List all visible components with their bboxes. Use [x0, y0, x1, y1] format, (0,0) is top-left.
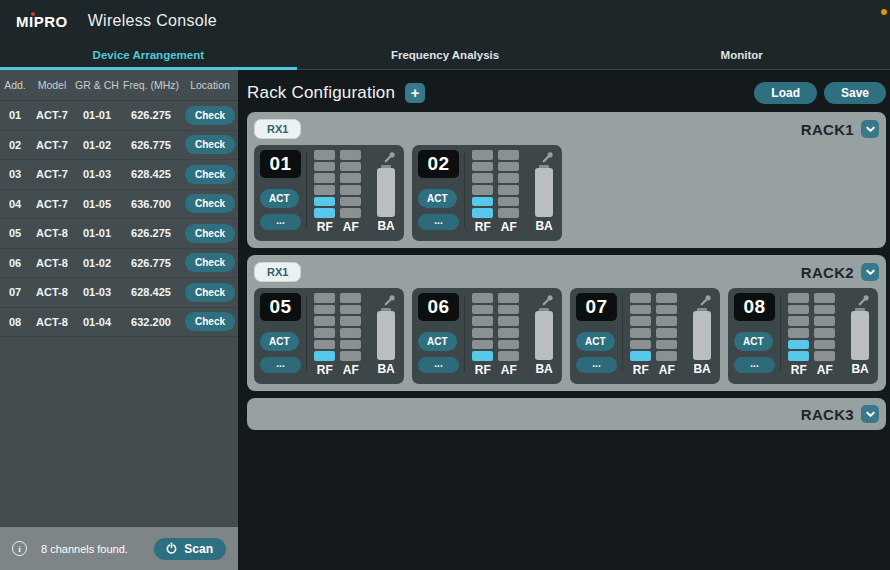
check-button[interactable]: Check: [185, 253, 235, 272]
cell-add: 06: [0, 257, 30, 269]
af-segment: [814, 340, 835, 350]
check-button[interactable]: Check: [185, 224, 235, 243]
tab-monitor[interactable]: Monitor: [593, 42, 890, 70]
more-options-button[interactable]: ...: [418, 214, 459, 230]
rf-meter: RF: [788, 293, 809, 379]
cell-freq: 626.775: [120, 139, 182, 151]
rf-segment: [472, 197, 493, 207]
more-options-button[interactable]: ...: [576, 357, 617, 373]
rf-segment: [314, 351, 335, 361]
cell-add: 05: [0, 227, 30, 239]
rf-meter-label: RF: [472, 363, 493, 377]
battery-column: BA: [373, 150, 399, 236]
channels-found-status: 8 channels found.: [41, 543, 154, 555]
more-options-button[interactable]: ...: [260, 357, 301, 373]
device-card-controls: 08ACT...: [734, 293, 777, 379]
af-segment: [498, 340, 519, 350]
tab-frequency-analysis[interactable]: Frequency Analysis: [297, 42, 594, 70]
af-segment: [814, 316, 835, 326]
rf-segment: [788, 293, 809, 303]
tab-device-arrangement[interactable]: Device Arrangement: [0, 42, 297, 70]
more-options-button[interactable]: ...: [260, 214, 301, 230]
cell-grch: 01-02: [74, 257, 120, 269]
chevron-down-icon: [865, 267, 876, 278]
af-meter-segments: [340, 293, 361, 361]
more-options-button[interactable]: ...: [418, 357, 459, 373]
add-rack-button[interactable]: +: [405, 83, 425, 103]
device-card: 05ACT...RFAFBA: [254, 288, 404, 384]
more-options-button[interactable]: ...: [734, 357, 775, 373]
app-title: Wireless Console: [88, 12, 217, 30]
device-card-controls: 02ACT...: [418, 150, 461, 236]
col-header-model: Model: [30, 79, 74, 91]
af-meter-label: AF: [498, 363, 519, 377]
act-sync-button[interactable]: ACT: [418, 189, 457, 208]
col-header-freq: Freq. (MHz): [120, 79, 182, 91]
af-segment: [814, 328, 835, 338]
rack-toolbar: Rack Configuration + Load Save: [238, 70, 890, 110]
rf-meter: RF: [472, 150, 493, 236]
save-button[interactable]: Save: [824, 82, 886, 104]
af-meter-segments: [814, 293, 835, 361]
af-segment: [340, 305, 361, 315]
main-tab-bar: Device ArrangementFrequency AnalysisMoni…: [0, 42, 890, 70]
check-button[interactable]: Check: [185, 106, 235, 125]
af-segment: [498, 185, 519, 195]
cell-grch: 01-01: [74, 227, 120, 239]
cell-freq: 632.200: [120, 316, 182, 328]
rack-name-label: RACK1: [801, 121, 854, 138]
cell-location: Check: [182, 283, 238, 302]
cell-model: ACT-7: [30, 139, 74, 151]
load-button[interactable]: Load: [754, 82, 817, 104]
rf-meter-segments: [788, 293, 809, 361]
microphone-icon: [382, 150, 397, 165]
af-segment: [340, 162, 361, 172]
rf-segment: [314, 328, 335, 338]
rack-collapse-button[interactable]: [861, 120, 879, 138]
act-sync-button[interactable]: ACT: [576, 332, 615, 351]
rf-segment: [472, 173, 493, 183]
rf-segment: [472, 340, 493, 350]
device-card-row: 05ACT...RFAFBA06ACT...RFAFBA07ACT...RFAF…: [254, 288, 879, 384]
rack-collapse-button[interactable]: [861, 263, 879, 281]
cell-location: Check: [182, 106, 238, 125]
rf-segment: [472, 150, 493, 160]
top-bar: MIPRO Wireless Console: [0, 0, 890, 42]
card-divider: [622, 295, 623, 371]
info-icon[interactable]: i: [12, 541, 27, 556]
af-meter: AF: [340, 150, 361, 236]
cell-add: 01: [0, 109, 30, 121]
check-button[interactable]: Check: [185, 283, 235, 302]
af-segment: [498, 208, 519, 218]
device-card-controls: 07ACT...: [576, 293, 619, 379]
af-meter-segments: [498, 150, 519, 218]
act-sync-button[interactable]: ACT: [260, 332, 299, 351]
rack-header: RX1RACK1: [254, 118, 879, 140]
receiver-chip[interactable]: RX1: [254, 262, 301, 282]
rf-meter-label: RF: [472, 220, 493, 234]
scan-button[interactable]: Scan: [154, 538, 226, 560]
check-button[interactable]: Check: [185, 312, 235, 331]
cell-model: ACT-8: [30, 286, 74, 298]
device-card-controls: 01ACT...: [260, 150, 303, 236]
rack-collapse-button[interactable]: [861, 405, 879, 423]
act-sync-button[interactable]: ACT: [260, 189, 299, 208]
act-sync-button[interactable]: ACT: [734, 332, 773, 351]
table-row: 06ACT-801-02626.775Check: [0, 249, 238, 279]
battery-column: BA: [847, 293, 873, 379]
af-segment: [656, 328, 677, 338]
cell-freq: 626.275: [120, 227, 182, 239]
receiver-chip[interactable]: RX1: [254, 119, 301, 139]
act-sync-button[interactable]: ACT: [418, 332, 457, 351]
af-meter-segments: [498, 293, 519, 361]
mipro-logo: MIPRO: [16, 13, 68, 30]
af-segment: [340, 185, 361, 195]
cell-location: Check: [182, 194, 238, 213]
af-meter-label: AF: [656, 363, 677, 377]
check-button[interactable]: Check: [185, 135, 235, 154]
rf-segment: [472, 162, 493, 172]
cell-freq: 636.700: [120, 198, 182, 210]
check-button[interactable]: Check: [185, 165, 235, 184]
check-button[interactable]: Check: [185, 194, 235, 213]
device-list-sidebar: Add. Model GR & CH Freq. (MHz) Location …: [0, 70, 238, 527]
